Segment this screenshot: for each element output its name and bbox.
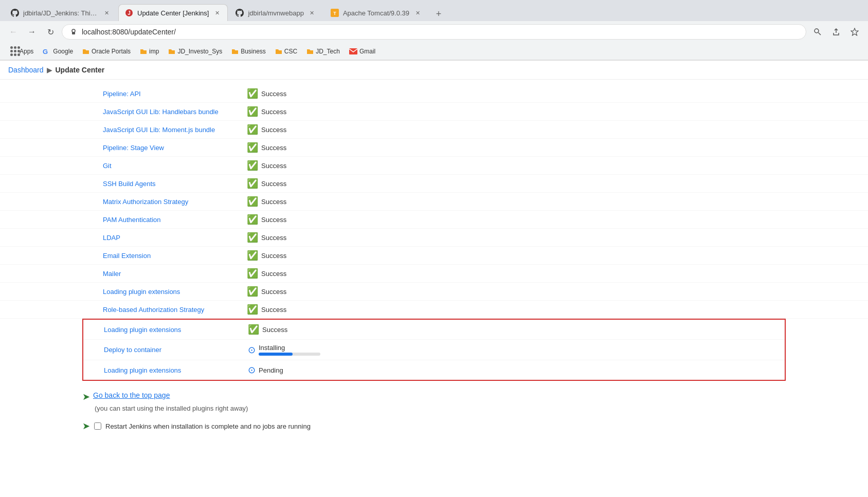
bookmark-jd-tech[interactable]: JD_Tech [302, 46, 344, 57]
table-row: PAM Authentication ✅ Success [0, 211, 868, 229]
table-row: Email Extension ✅ Success [0, 247, 868, 265]
status-text: Success [261, 288, 286, 296]
bottom-section: ➤ Go back to the top page (you can start… [0, 381, 868, 442]
tab-tomcat[interactable]: T Apache Tomcat/9.0.39 ✕ [324, 4, 428, 21]
table-row: Role-based Authorization Strategy ✅ Succ… [0, 301, 868, 319]
breadcrumb-separator: ▶ [47, 66, 52, 74]
svg-text:T: T [333, 11, 336, 16]
new-tab-button[interactable]: + [431, 7, 446, 21]
plugin-install-table: Pipeline: API ✅ Success JavaScript GUI L… [0, 85, 868, 319]
status-text: Success [261, 144, 286, 152]
search-icon[interactable] [810, 25, 825, 39]
forward-button[interactable]: → [25, 25, 39, 39]
plugin-name: LDAP [103, 234, 247, 242]
plugin-status: ✅ Success [247, 178, 286, 189]
tomcat-favicon: T [331, 9, 339, 17]
tab4-close[interactable]: ✕ [413, 9, 422, 17]
tab4-title: Apache Tomcat/9.0.39 [343, 9, 409, 17]
highlight-row-3: Loading plugin extensions ⊙ Pending [83, 360, 785, 380]
tab-update-center[interactable]: J Update Center [Jenkins] ✕ [118, 4, 228, 21]
status-text: Success [261, 252, 286, 260]
jenkins-favicon: J [125, 9, 133, 17]
tab-mvnwebapp[interactable]: jdbirla/mvnwebapp ✕ [229, 4, 322, 21]
bookmark-jd-investo[interactable]: JD_Investo_Sys [164, 46, 226, 57]
browser-chrome: jdbirla/JD_Jenkins: This repositor... ✕ … [0, 0, 868, 61]
google-favicon: G [43, 47, 51, 56]
success-icon: ✅ [248, 324, 259, 335]
bookmarks-bar: Apps G Google Oracle Portals imp JD_Inve… [0, 43, 868, 60]
progress-bar-wrapper [259, 353, 320, 356]
success-icon: ✅ [247, 124, 258, 135]
plugin-status: ✅ Success [247, 286, 286, 297]
plugin-status: ✅ Success [247, 250, 286, 261]
bookmark-imp-label: imp [149, 48, 159, 55]
svg-text:G: G [43, 48, 48, 56]
success-icon: ✅ [247, 214, 258, 225]
bookmark-business[interactable]: Business [227, 46, 270, 57]
tab3-title: jdbirla/mvnwebapp [248, 9, 303, 17]
tab3-close[interactable]: ✕ [308, 9, 316, 17]
apps-bookmark[interactable]: Apps [6, 45, 38, 58]
url-bar[interactable]: localhost:8080/updateCenter/ [62, 24, 806, 40]
plugin-name: JavaScript GUI Lib: Moment.js bundle [103, 126, 247, 134]
bookmark-business-label: Business [241, 48, 266, 55]
status-text: Success [261, 306, 286, 314]
highlight-plugin-name-3: Loading plugin extensions [104, 366, 248, 374]
reload-button[interactable]: ↻ [43, 25, 58, 39]
success-icon: ✅ [247, 268, 258, 279]
tab1-close[interactable]: ✕ [102, 9, 111, 17]
page-content: Dashboard ▶ Update Center Pipeline: API … [0, 61, 868, 452]
table-row: Pipeline: API ✅ Success [0, 85, 868, 103]
highlight-plugin-name-2: Deploy to container [104, 346, 248, 354]
plugin-status: ✅ Success [247, 106, 286, 117]
share-icon[interactable] [829, 25, 843, 39]
folder-icon-investo [168, 48, 175, 55]
success-icon: ✅ [247, 106, 258, 117]
bookmark-imp[interactable]: imp [136, 46, 163, 57]
success-icon: ✅ [247, 160, 258, 171]
tab-jdbirla-jenkins[interactable]: jdbirla/JD_Jenkins: This repositor... ✕ [4, 4, 117, 21]
tab2-title: Update Center [Jenkins] [137, 9, 209, 17]
plugin-status: ✅ Success [247, 124, 286, 135]
plugin-name: Loading plugin extensions [103, 288, 247, 296]
bookmark-gmail[interactable]: Gmail [345, 46, 379, 57]
highlight-row-1: Loading plugin extensions ✅ Success [83, 320, 785, 340]
status-text: Success [261, 90, 286, 98]
bookmark-google[interactable]: G Google [39, 46, 77, 57]
highlight-plugin-status-3: ⊙ Pending [248, 364, 283, 376]
plugin-name: Pipeline: Stage View [103, 144, 247, 152]
table-row: Loading plugin extensions ✅ Success [0, 283, 868, 301]
apps-label: Apps [20, 48, 33, 55]
tab2-close[interactable]: ✕ [213, 9, 221, 17]
bookmark-oracle-label: Oracle Portals [92, 48, 131, 55]
table-row: Git ✅ Success [0, 157, 868, 175]
bookmark-gmail-label: Gmail [359, 48, 375, 55]
svg-rect-10 [349, 48, 357, 54]
url-text: localhost:8080/updateCenter/ [82, 28, 176, 36]
table-row: Pipeline: Stage View ✅ Success [0, 139, 868, 157]
back-link-arrow: ➤ [82, 391, 90, 402]
gmail-favicon [349, 47, 357, 56]
back-button[interactable]: ← [6, 25, 21, 39]
plugin-status: ✅ Success [247, 232, 286, 243]
success-icon: ✅ [247, 196, 258, 207]
plugin-status: ✅ Success [247, 88, 286, 99]
folder-icon-business [231, 48, 239, 55]
svg-point-6 [815, 29, 819, 33]
success-icon: ✅ [247, 88, 258, 99]
back-to-top-link[interactable]: Go back to the top page [93, 391, 170, 399]
restart-checkbox[interactable] [94, 422, 101, 430]
github-favicon [11, 9, 19, 17]
table-row: JavaScript GUI Lib: Moment.js bundle ✅ S… [0, 121, 868, 139]
status-text: Success [261, 270, 286, 278]
dashboard-link[interactable]: Dashboard [8, 66, 44, 74]
bookmark-csc[interactable]: CSC [271, 46, 301, 57]
plugin-status: ✅ Success [247, 268, 286, 279]
bookmark-oracle-portals[interactable]: Oracle Portals [78, 46, 135, 57]
back-link-description: (you can start using the installed plugi… [95, 404, 786, 412]
highlight-plugin-name-1: Loading plugin extensions [104, 326, 248, 334]
folder-icon-imp [140, 48, 147, 55]
table-row: Matrix Authorization Strategy ✅ Success [0, 193, 868, 211]
folder-icon-jdtech [306, 48, 314, 55]
bookmark-star-icon[interactable] [847, 25, 862, 39]
